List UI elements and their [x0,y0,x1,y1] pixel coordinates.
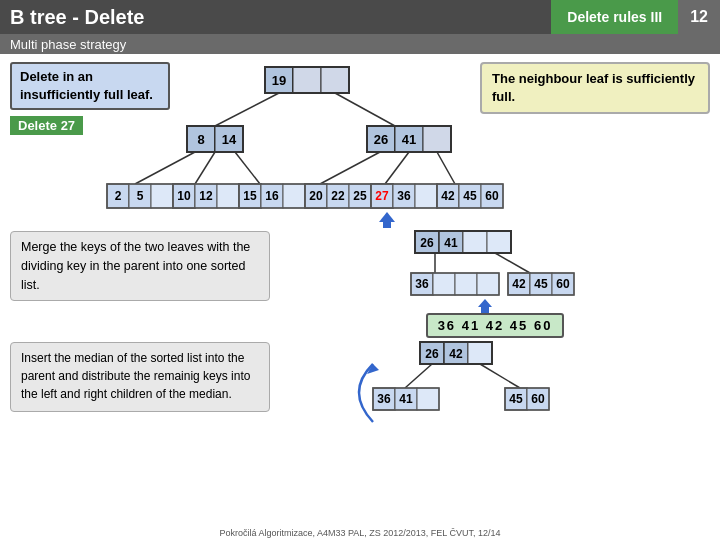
svg-line-21 [320,152,380,184]
svg-rect-67 [383,222,391,228]
svg-text:14: 14 [222,132,237,147]
slide-number: 12 [678,0,720,34]
svg-text:45: 45 [534,277,548,291]
svg-line-19 [195,152,215,184]
svg-text:36: 36 [415,277,429,291]
svg-text:8: 8 [197,132,204,147]
delete27-label: Delete 27 [10,116,83,135]
merge-text-box: Merge the keys of the two leaves with th… [10,231,270,301]
svg-text:42: 42 [512,277,526,291]
svg-rect-2 [293,67,321,93]
svg-line-6 [335,93,395,126]
svg-line-5 [215,93,279,126]
svg-rect-79 [433,273,455,295]
svg-text:36: 36 [377,392,391,406]
subtitle: Multi phase strategy [0,34,720,54]
svg-line-76 [495,253,530,273]
svg-rect-16 [423,126,451,152]
svg-marker-90 [478,299,492,307]
svg-line-18 [135,152,195,184]
svg-rect-72 [463,231,487,253]
svg-text:45: 45 [509,392,523,406]
svg-text:60: 60 [531,392,545,406]
svg-rect-81 [477,273,499,295]
footer: Pokročilá Algoritmizace, A4M33 PAL, ZS 2… [0,528,720,538]
svg-line-20 [235,152,260,184]
svg-text:41: 41 [399,392,413,406]
svg-rect-80 [455,273,477,295]
svg-rect-73 [487,231,511,253]
svg-text:2: 2 [115,189,122,203]
svg-rect-3 [321,67,349,93]
svg-text:19: 19 [272,73,286,88]
svg-line-99 [480,364,520,388]
svg-rect-57 [415,184,437,208]
svg-text:16: 16 [265,189,279,203]
svg-text:15: 15 [243,189,257,203]
svg-text:26: 26 [420,236,434,250]
svg-rect-35 [217,184,239,208]
svg-text:41: 41 [402,132,416,147]
svg-text:42: 42 [441,189,455,203]
insert-text-box: Insert the median of the sorted list int… [10,342,270,412]
header: B tree - Delete Delete rules III 12 [0,0,720,34]
svg-text:5: 5 [137,189,144,203]
svg-rect-42 [283,184,305,208]
svg-text:10: 10 [177,189,191,203]
svg-text:22: 22 [331,189,345,203]
svg-text:26: 26 [425,347,439,361]
svg-line-98 [405,364,432,388]
svg-rect-104 [417,388,439,410]
svg-text:42: 42 [449,347,463,361]
delete-in-label: Delete in an insufficiently full leaf. [10,62,170,110]
svg-text:60: 60 [485,189,499,203]
svg-text:25: 25 [353,189,367,203]
svg-text:45: 45 [463,189,477,203]
svg-text:36: 36 [397,189,411,203]
main-content: Delete in an insufficiently full leaf. D… [0,54,720,540]
svg-line-23 [437,152,455,184]
svg-text:41: 41 [444,236,458,250]
svg-text:12: 12 [199,189,213,203]
delete-rules-badge: Delete rules III [551,0,678,34]
svg-text:26: 26 [374,132,388,147]
svg-rect-96 [468,342,492,364]
svg-text:27: 27 [375,189,389,203]
svg-text:20: 20 [309,189,323,203]
svg-text:60: 60 [556,277,570,291]
page-title: B tree - Delete [10,6,145,29]
svg-line-22 [385,152,409,184]
svg-rect-28 [151,184,173,208]
svg-marker-66 [379,212,395,222]
sorted-list-box: 36 41 42 45 60 [426,313,565,338]
neighbour-box: The neighbour leaf is sufficiently full. [480,62,710,114]
